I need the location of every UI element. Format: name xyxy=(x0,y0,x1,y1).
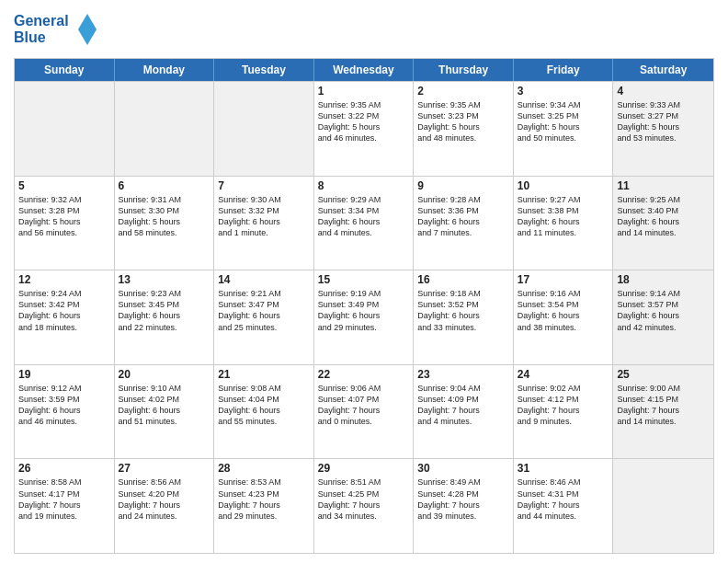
generalblue-logo: General Blue xyxy=(14,9,97,51)
calendar-cell: 19Sunrise: 9:12 AM Sunset: 3:59 PM Dayli… xyxy=(15,365,115,459)
day-info: Sunrise: 9:02 AM Sunset: 4:12 PM Dayligh… xyxy=(518,383,609,428)
day-info: Sunrise: 9:00 AM Sunset: 4:15 PM Dayligh… xyxy=(617,383,710,428)
calendar-cell: 8Sunrise: 9:29 AM Sunset: 3:34 PM Daylig… xyxy=(314,177,415,270)
day-number: 6 xyxy=(119,179,210,192)
day-number: 1 xyxy=(318,85,410,98)
day-number: 21 xyxy=(218,368,310,381)
calendar-header: SundayMondayTuesdayWednesdayThursdayFrid… xyxy=(15,59,713,81)
day-info: Sunrise: 9:12 AM Sunset: 3:59 PM Dayligh… xyxy=(18,383,110,428)
calendar-cell: 14Sunrise: 9:21 AM Sunset: 3:47 PM Dayli… xyxy=(214,270,314,364)
calendar-cell: 23Sunrise: 9:04 AM Sunset: 4:09 PM Dayli… xyxy=(414,365,514,459)
calendar-cell: 25Sunrise: 9:00 AM Sunset: 4:15 PM Dayli… xyxy=(613,365,713,459)
calendar-cell: 16Sunrise: 9:18 AM Sunset: 3:52 PM Dayli… xyxy=(414,270,514,364)
logo: General Blue xyxy=(14,9,97,51)
day-info: Sunrise: 8:53 AM Sunset: 4:23 PM Dayligh… xyxy=(218,477,310,522)
day-number: 13 xyxy=(119,273,210,286)
day-number: 7 xyxy=(218,179,310,192)
calendar-cell: 29Sunrise: 8:51 AM Sunset: 4:25 PM Dayli… xyxy=(314,459,415,553)
day-info: Sunrise: 9:35 AM Sunset: 3:22 PM Dayligh… xyxy=(318,99,410,144)
calendar-cell: 2Sunrise: 9:35 AM Sunset: 3:23 PM Daylig… xyxy=(414,82,514,176)
day-info: Sunrise: 9:10 AM Sunset: 4:02 PM Dayligh… xyxy=(119,383,210,428)
svg-marker-2 xyxy=(78,14,97,45)
day-number: 11 xyxy=(617,179,710,192)
calendar-cell: 31Sunrise: 8:46 AM Sunset: 4:31 PM Dayli… xyxy=(514,459,614,553)
day-number: 30 xyxy=(417,462,509,475)
weekday-header: Sunday xyxy=(15,59,115,81)
day-info: Sunrise: 9:33 AM Sunset: 3:27 PM Dayligh… xyxy=(617,99,710,144)
day-number: 16 xyxy=(417,273,509,286)
day-info: Sunrise: 9:34 AM Sunset: 3:25 PM Dayligh… xyxy=(518,99,609,144)
calendar-cell: 17Sunrise: 9:16 AM Sunset: 3:54 PM Dayli… xyxy=(514,270,614,364)
calendar-cell xyxy=(115,82,215,176)
day-number: 31 xyxy=(518,462,609,475)
calendar-cell: 24Sunrise: 9:02 AM Sunset: 4:12 PM Dayli… xyxy=(514,365,614,459)
day-number: 20 xyxy=(119,368,210,381)
day-info: Sunrise: 8:51 AM Sunset: 4:25 PM Dayligh… xyxy=(318,477,410,522)
day-number: 3 xyxy=(518,85,609,98)
calendar-cell: 3Sunrise: 9:34 AM Sunset: 3:25 PM Daylig… xyxy=(514,82,614,176)
weekday-header: Saturday xyxy=(613,59,713,81)
day-number: 27 xyxy=(119,462,210,475)
calendar-cell: 12Sunrise: 9:24 AM Sunset: 3:42 PM Dayli… xyxy=(15,270,115,364)
calendar-cell: 22Sunrise: 9:06 AM Sunset: 4:07 PM Dayli… xyxy=(314,365,415,459)
day-number: 12 xyxy=(18,273,110,286)
day-number: 8 xyxy=(318,179,410,192)
calendar-cell: 10Sunrise: 9:27 AM Sunset: 3:38 PM Dayli… xyxy=(514,177,614,270)
day-number: 25 xyxy=(617,368,710,381)
calendar-cell: 5Sunrise: 9:32 AM Sunset: 3:28 PM Daylig… xyxy=(15,177,115,270)
day-info: Sunrise: 9:04 AM Sunset: 4:09 PM Dayligh… xyxy=(417,383,509,428)
day-number: 15 xyxy=(318,273,410,286)
calendar: SundayMondayTuesdayWednesdayThursdayFrid… xyxy=(14,58,714,554)
day-number: 28 xyxy=(218,462,310,475)
day-info: Sunrise: 9:23 AM Sunset: 3:45 PM Dayligh… xyxy=(119,288,210,333)
header: General Blue xyxy=(14,9,714,51)
day-info: Sunrise: 9:25 AM Sunset: 3:40 PM Dayligh… xyxy=(617,194,710,239)
day-info: Sunrise: 9:14 AM Sunset: 3:57 PM Dayligh… xyxy=(617,288,710,333)
calendar-body: 1Sunrise: 9:35 AM Sunset: 3:22 PM Daylig… xyxy=(15,81,713,553)
day-number: 24 xyxy=(518,368,609,381)
calendar-cell: 28Sunrise: 8:53 AM Sunset: 4:23 PM Dayli… xyxy=(214,459,314,553)
calendar-cell: 6Sunrise: 9:31 AM Sunset: 3:30 PM Daylig… xyxy=(115,177,215,270)
day-info: Sunrise: 9:18 AM Sunset: 3:52 PM Dayligh… xyxy=(417,288,509,333)
calendar-cell: 26Sunrise: 8:58 AM Sunset: 4:17 PM Dayli… xyxy=(15,459,115,553)
calendar-row: 5Sunrise: 9:32 AM Sunset: 3:28 PM Daylig… xyxy=(15,176,713,270)
calendar-row: 12Sunrise: 9:24 AM Sunset: 3:42 PM Dayli… xyxy=(15,270,713,364)
day-number: 18 xyxy=(617,273,710,286)
day-info: Sunrise: 9:29 AM Sunset: 3:34 PM Dayligh… xyxy=(318,194,410,239)
calendar-cell: 9Sunrise: 9:28 AM Sunset: 3:36 PM Daylig… xyxy=(414,177,514,270)
day-number: 4 xyxy=(617,85,710,98)
day-info: Sunrise: 9:06 AM Sunset: 4:07 PM Dayligh… xyxy=(318,383,410,428)
calendar-cell xyxy=(613,459,713,553)
svg-text:Blue: Blue xyxy=(14,29,46,45)
day-info: Sunrise: 8:56 AM Sunset: 4:20 PM Dayligh… xyxy=(119,477,210,522)
weekday-header: Thursday xyxy=(414,59,514,81)
day-info: Sunrise: 8:46 AM Sunset: 4:31 PM Dayligh… xyxy=(518,477,609,522)
day-number: 14 xyxy=(218,273,310,286)
weekday-header: Wednesday xyxy=(314,59,415,81)
day-info: Sunrise: 9:31 AM Sunset: 3:30 PM Dayligh… xyxy=(119,194,210,239)
day-number: 5 xyxy=(18,179,110,192)
calendar-cell: 1Sunrise: 9:35 AM Sunset: 3:22 PM Daylig… xyxy=(314,82,415,176)
weekday-header: Friday xyxy=(514,59,614,81)
day-number: 23 xyxy=(417,368,509,381)
calendar-cell: 13Sunrise: 9:23 AM Sunset: 3:45 PM Dayli… xyxy=(115,270,215,364)
day-info: Sunrise: 9:08 AM Sunset: 4:04 PM Dayligh… xyxy=(218,383,310,428)
day-number: 10 xyxy=(518,179,609,192)
day-number: 19 xyxy=(18,368,110,381)
day-number: 26 xyxy=(18,462,110,475)
calendar-cell: 15Sunrise: 9:19 AM Sunset: 3:49 PM Dayli… xyxy=(314,270,415,364)
day-info: Sunrise: 9:35 AM Sunset: 3:23 PM Dayligh… xyxy=(417,99,509,144)
day-info: Sunrise: 9:21 AM Sunset: 3:47 PM Dayligh… xyxy=(218,288,310,333)
page: General Blue SundayMondayTuesdayWednesda… xyxy=(0,0,728,563)
weekday-header: Tuesday xyxy=(214,59,314,81)
calendar-row: 26Sunrise: 8:58 AM Sunset: 4:17 PM Dayli… xyxy=(15,458,713,553)
calendar-cell: 11Sunrise: 9:25 AM Sunset: 3:40 PM Dayli… xyxy=(613,177,713,270)
calendar-row: 19Sunrise: 9:12 AM Sunset: 3:59 PM Dayli… xyxy=(15,364,713,459)
day-number: 29 xyxy=(318,462,410,475)
day-info: Sunrise: 8:58 AM Sunset: 4:17 PM Dayligh… xyxy=(18,477,110,522)
calendar-cell: 7Sunrise: 9:30 AM Sunset: 3:32 PM Daylig… xyxy=(214,177,314,270)
calendar-cell: 4Sunrise: 9:33 AM Sunset: 3:27 PM Daylig… xyxy=(613,82,713,176)
calendar-cell: 21Sunrise: 9:08 AM Sunset: 4:04 PM Dayli… xyxy=(214,365,314,459)
day-number: 9 xyxy=(417,179,509,192)
weekday-header: Monday xyxy=(115,59,215,81)
